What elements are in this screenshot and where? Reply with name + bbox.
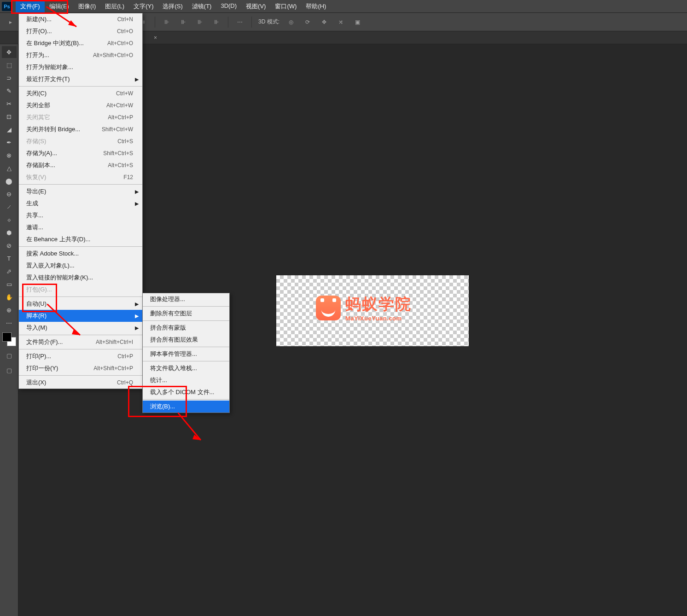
file-menu-item-12[interactable]: 存储为(A)...Shift+Ctrl+S (19, 147, 142, 159)
script-menu-item-9[interactable]: 将文件载入堆栈... (143, 362, 229, 374)
file-menu-item-1[interactable]: 打开(O)...Ctrl+O (19, 25, 142, 37)
menu-shortcut: Ctrl+P (117, 353, 133, 360)
file-menu-item-23[interactable]: 置入嵌入对象(L)... (19, 260, 142, 272)
document-canvas[interactable]: 蚂蚁学院 MaYiXueYuan.com (276, 275, 469, 346)
file-menu-item-3[interactable]: 打开为...Alt+Shift+Ctrl+O (19, 49, 142, 61)
tool-9[interactable]: △ (2, 162, 17, 174)
file-menu-item-24[interactable]: 置入链接的智能对象(K)... (19, 272, 142, 284)
tool-17[interactable]: ⬀ (2, 265, 17, 277)
tool-15[interactable]: ⊘ (2, 239, 17, 251)
color-swatches[interactable] (2, 332, 16, 346)
distribute-icon-1[interactable]: ⊪ (162, 17, 172, 27)
menu-0[interactable]: 文件(F) (16, 0, 45, 12)
tool-7[interactable]: ✒ (2, 136, 17, 148)
menu-5[interactable]: 选择(S) (158, 0, 187, 12)
menu-10[interactable]: 帮助(H) (301, 0, 331, 12)
file-menu-item-22[interactable]: 搜索 Adobe Stock... (19, 248, 142, 260)
menu-8[interactable]: 视图(V) (241, 0, 270, 12)
menu-1[interactable]: 编辑(E) (45, 0, 74, 12)
tool-1[interactable]: ⬚ (2, 59, 17, 71)
menu-item-label: 打开(O)... (26, 27, 117, 35)
file-menu-item-10[interactable]: 关闭并转到 Bridge...Shift+Ctrl+W (19, 123, 142, 135)
tool-21[interactable]: ⋯ (2, 317, 17, 329)
tool-8[interactable]: ⊗ (2, 149, 17, 161)
menu-item-label: 文件简介(F)... (26, 338, 96, 346)
tool-6[interactable]: ◢ (2, 123, 17, 135)
tool-19[interactable]: ✋ (2, 291, 17, 303)
menu-7[interactable]: 3D(D) (216, 0, 241, 12)
file-menu-item-29[interactable]: 导入(M)▶ (19, 322, 142, 334)
tool-14[interactable]: ⬢ (2, 227, 17, 238)
more-icon[interactable]: ⋯ (235, 17, 245, 27)
tool-3[interactable]: ✎ (2, 85, 17, 97)
tool-11[interactable]: ⊖ (2, 188, 17, 200)
tool-16[interactable]: T (2, 252, 17, 264)
tool-4[interactable]: ✂ (2, 98, 17, 110)
file-menu-item-19[interactable]: 邀请... (19, 221, 142, 233)
file-menu-item-20[interactable]: 在 Behance 上共享(D)... (19, 233, 142, 245)
menu-shortcut: Alt+Shift+Ctrl+I (96, 339, 133, 345)
menu-item-label: 在 Behance 上共享(D)... (26, 235, 133, 244)
tool-18[interactable]: ▭ (2, 278, 17, 290)
tool-10[interactable]: ⬤ (2, 175, 17, 187)
file-menu-item-28[interactable]: 脚本(R)▶ (19, 310, 142, 322)
file-menu-item-2[interactable]: 在 Bridge 中浏览(B)...Alt+Ctrl+O (19, 37, 142, 49)
script-menu-item-0[interactable]: 图像处理器... (143, 293, 229, 305)
menu-6[interactable]: 滤镜(T) (187, 0, 216, 12)
tool-preset-icon[interactable]: ▸ (6, 17, 16, 27)
tool-13[interactable]: ⟐ (2, 214, 17, 226)
script-menu-item-2[interactable]: 删除所有空图层 (143, 308, 229, 320)
script-menu-item-4[interactable]: 拼合所有蒙版 (143, 322, 229, 334)
distribute-icon-2[interactable]: ⊪ (178, 17, 188, 27)
submenu-arrow-icon: ▶ (135, 301, 139, 307)
menu-2[interactable]: 图像(I) (74, 0, 100, 12)
quick-mask-icon[interactable]: ▢ (3, 350, 16, 361)
menu-9[interactable]: 窗口(W) (270, 0, 301, 12)
file-menu-item-33[interactable]: 打印(P)...Ctrl+P (19, 350, 142, 362)
menu-separator (19, 184, 142, 185)
menu-3[interactable]: 图层(L) (100, 0, 129, 12)
menu-4[interactable]: 文字(Y) (129, 0, 158, 12)
menu-item-label: 存储(S) (26, 137, 117, 145)
menu-item-label: 打印一份(Y) (26, 364, 93, 372)
tool-0[interactable]: ✥ (2, 46, 17, 58)
file-menu-item-0[interactable]: 新建(N)...Ctrl+N (19, 13, 142, 25)
script-menu-item-11[interactable]: 载入多个 DICOM 文件... (143, 386, 229, 398)
file-menu-item-4[interactable]: 打开为智能对象... (19, 61, 142, 73)
file-menu-item-7[interactable]: 关闭(C)Ctrl+W (19, 87, 142, 99)
menu-item-label: 浏览(B)... (150, 402, 220, 411)
file-menu-item-34[interactable]: 打印一份(Y)Alt+Shift+Ctrl+P (19, 362, 142, 374)
script-menu-item-5[interactable]: 拼合所有图层效果 (143, 334, 229, 346)
distribute-icon-3[interactable]: ⊪ (195, 17, 205, 27)
3d-slide-icon[interactable]: ⤨ (336, 17, 346, 27)
menu-item-label: 关闭其它 (26, 113, 108, 122)
3d-camera-icon[interactable]: ▣ (352, 17, 362, 27)
tool-20[interactable]: ⊕ (2, 304, 17, 316)
3d-orbit-icon[interactable]: ◎ (286, 17, 296, 27)
script-menu-item-10[interactable]: 统计... (143, 374, 229, 386)
tool-5[interactable]: ⊡ (2, 110, 17, 122)
submenu-arrow-icon: ▶ (135, 189, 139, 195)
menu-shortcut: Alt+Ctrl+S (108, 162, 133, 169)
menu-item-label: 脚本(R) (26, 312, 133, 320)
file-menu-item-18[interactable]: 共享... (19, 209, 142, 221)
tool-12[interactable]: ⟋ (2, 201, 17, 213)
screen-mode-icon[interactable]: ▢ (3, 365, 16, 376)
file-menu-item-5[interactable]: 最近打开文件(T)▶ (19, 73, 142, 85)
close-icon[interactable]: × (154, 35, 157, 41)
document-tab[interactable]: × (146, 31, 161, 44)
file-menu-item-36[interactable]: 退出(X)Ctrl+Q (19, 377, 142, 389)
3d-pan-icon[interactable]: ✥ (319, 17, 329, 27)
distribute-icon-4[interactable]: ⊪ (211, 17, 221, 27)
script-menu-item-7[interactable]: 脚本事件管理器... (143, 348, 229, 360)
file-menu-item-16[interactable]: 导出(E)▶ (19, 186, 142, 198)
file-menu-item-27[interactable]: 自动(U)▶ (19, 298, 142, 310)
file-menu-item-31[interactable]: 文件简介(F)...Alt+Shift+Ctrl+I (19, 336, 142, 348)
file-menu-item-8[interactable]: 关闭全部Alt+Ctrl+W (19, 99, 142, 111)
logo-text-main: 蚂蚁学院 (345, 294, 412, 315)
file-menu-item-17[interactable]: 生成▶ (19, 198, 142, 209)
tool-2[interactable]: ⊃ (2, 72, 17, 84)
3d-rotate-icon[interactable]: ⟳ (303, 17, 313, 27)
file-menu-item-13[interactable]: 存储副本...Alt+Ctrl+S (19, 159, 142, 171)
script-menu-item-13[interactable]: 浏览(B)... (143, 401, 229, 413)
